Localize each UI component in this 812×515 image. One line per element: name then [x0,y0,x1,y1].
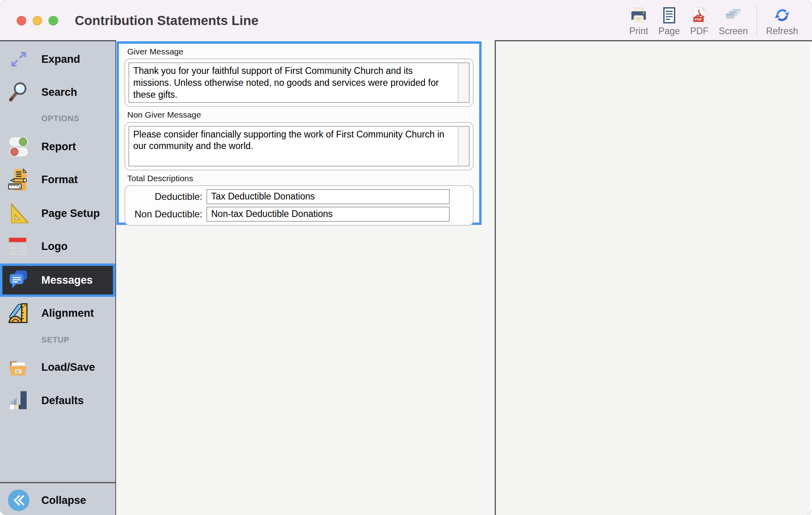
sidebar-item-page-setup[interactable]: Page Setup [0,197,115,230]
minimize-button[interactable] [33,16,42,25]
non-giver-message-scrollbar[interactable] [458,127,469,166]
non-deductible-row: Non Deductible: [128,207,470,222]
sidebar-section-setup: SETUP [41,335,70,345]
printer-icon [629,6,648,25]
sidebar-item-label: Collapse [41,494,86,507]
print-button[interactable]: Print [624,6,653,36]
messages-settings-panel: Giver Message Thank you for your faithfu… [117,41,482,225]
refresh-button[interactable]: Refresh [761,6,803,36]
sidebar-item-label: Messages [41,274,93,287]
sidebar: Expand Search OPTIONS [0,40,116,515]
toolbar: Print Page P [624,6,803,37]
refresh-label: Refresh [766,27,798,36]
expand-icon [7,48,30,71]
page-icon [660,6,678,25]
sidebar-item-search[interactable]: Search [0,76,115,109]
screen-label: Screen [719,27,748,36]
total-descriptions-group: Deductible: Non Deductible: [124,185,474,226]
non-deductible-input[interactable] [206,207,450,222]
sidebar-item-label: Page Setup [41,207,100,220]
traffic-lights [17,16,58,25]
giver-message-textarea[interactable]: Thank you for your faithful support of F… [129,63,469,102]
search-icon [7,81,30,104]
format-icon [7,168,30,191]
close-button[interactable] [17,16,26,25]
sidebar-item-label: Report [41,141,76,153]
pdf-label: PDF [690,27,709,36]
preview-pane [496,40,812,515]
toggles-icon [7,135,30,158]
pdf-icon: PDF [690,6,709,25]
title-bar: Contribution Statements Line Print [0,0,812,40]
sidebar-item-report[interactable]: Report [0,130,115,163]
pdf-button[interactable]: PDF PDF [685,6,714,36]
refresh-icon [773,6,791,25]
chat-bubbles-icon [7,269,30,292]
non-giver-message-textarea[interactable]: Please consider financially supporting t… [129,127,469,166]
non-giver-message-field: Please consider financially supporting t… [128,126,470,167]
non-deductible-label: Non Deductible: [128,209,202,220]
collapse-icon [7,489,30,512]
deductible-input[interactable] [206,189,450,204]
sidebar-item-alignment[interactable]: Alignment [0,296,115,330]
pdf-badge-text: PDF [695,17,702,21]
sidebar-item-format[interactable]: Format [0,163,115,196]
content-area: Giver Message Thank you for your faithfu… [116,40,495,515]
sidebar-item-label: Defaults [41,395,84,407]
sidebar-item-expand[interactable]: Expand [0,43,115,76]
sidebar-item-load-save[interactable]: Load/Save [0,350,115,384]
page-button[interactable]: Page [653,6,685,36]
alignment-icon [7,302,30,325]
sidebar-divider [0,482,115,483]
non-giver-message-label: Non Giver Message [127,110,474,120]
window-title: Contribution Statements Line [75,13,258,28]
sidebar-item-logo[interactable]: Logo [0,230,115,263]
sidebar-item-label: Logo [41,240,68,253]
toolbar-separator [756,6,757,37]
sidebar-item-label: Alignment [41,307,94,319]
print-label: Print [629,27,648,36]
giver-message-label: Giver Message [127,46,474,57]
sidebar-item-defaults[interactable]: Defaults [0,384,115,417]
sidebar-section-options: OPTIONS [41,114,80,123]
non-giver-message-group: Please consider financially supporting t… [124,122,474,170]
sidebar-item-label: Search [41,86,77,99]
logo-placeholder-icon [7,235,30,258]
app-window: Contribution Statements Line Print [0,0,812,515]
folder-icon [7,356,30,379]
giver-message-group: Thank you for your faithful support of F… [124,58,474,107]
sidebar-item-label: Expand [41,53,80,66]
page-label: Page [659,27,680,36]
set-square-icon [7,202,30,225]
giver-message-field: Thank you for your faithful support of F… [128,62,470,103]
sidebar-item-label: Load/Save [41,361,95,374]
deductible-label: Deductible: [128,191,202,202]
sidebar-item-messages[interactable]: Messages [0,263,115,297]
maximize-button[interactable] [49,16,58,25]
defaults-icon [7,389,30,412]
deductible-row: Deductible: [128,189,470,204]
sidebar-item-collapse[interactable]: Collapse [0,484,115,515]
giver-message-scrollbar[interactable] [458,63,469,102]
screen-icon [724,6,742,25]
preview-scrollbar[interactable] [810,43,812,515]
screen-button[interactable]: Screen [714,6,753,36]
sidebar-item-label: Format [41,174,78,186]
total-descriptions-label: Total Descriptions [127,173,474,184]
